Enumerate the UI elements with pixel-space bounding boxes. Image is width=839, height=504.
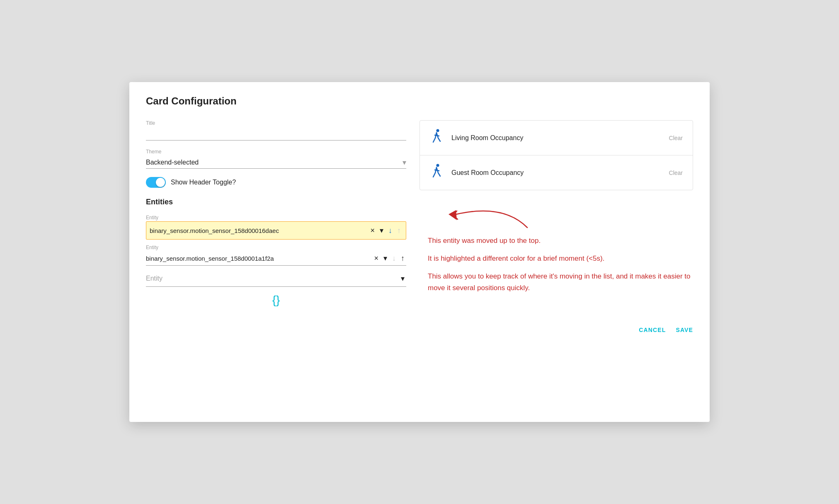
- entity-2-dropdown-button[interactable]: ▾: [382, 253, 389, 264]
- occupancy-1-name: Guest Room Occupancy: [451, 169, 661, 177]
- svg-marker-2: [449, 210, 457, 220]
- toggle-thumb: [156, 178, 165, 187]
- occupancy-0-clear-button[interactable]: Clear: [669, 135, 683, 141]
- annotation-text: This entity was moved up to the top. It …: [428, 235, 693, 293]
- toggle-label: Show Header Toggle?: [171, 179, 236, 186]
- entity-1-move-up-icon: ↑: [397, 226, 401, 235]
- entity-2-input-row: binary_sensor.motion_sensor_158d0001a1f2…: [146, 251, 406, 266]
- braces-icon[interactable]: {}: [272, 293, 280, 307]
- entities-section-title: Entities: [146, 198, 406, 206]
- svg-point-1: [436, 164, 439, 167]
- theme-field: Theme Backend-selected Default Dark ▾: [146, 149, 406, 169]
- occupancy-item-0: Living Room Occupancy Clear: [420, 121, 693, 155]
- annotation-line-1: This entity was moved up to the top.: [428, 235, 693, 246]
- entity-1-move-up-button[interactable]: ↑: [395, 225, 403, 236]
- theme-select[interactable]: Backend-selected Default Dark: [146, 156, 406, 169]
- entity-3-dropdown-button[interactable]: ▾: [399, 273, 406, 284]
- occupancy-0-walk-icon: [430, 129, 443, 147]
- title-input[interactable]: [146, 128, 406, 141]
- annotation-area: This entity was moved up to the top. It …: [420, 190, 693, 300]
- entity-row-2: Entity binary_sensor.motion_sensor_158d0…: [146, 245, 406, 266]
- entity-1-move-down-button[interactable]: ↓: [387, 225, 394, 236]
- title-label: Title: [146, 120, 406, 126]
- entity-2-label: Entity: [146, 245, 406, 250]
- entity-row-1: Entity binary_sensor.motion_sensor_158d0…: [146, 215, 406, 240]
- arrow-icon: [428, 199, 536, 232]
- annotation-line-2: It is highlighted a different color for …: [428, 253, 693, 264]
- entity-2-dropdown-icon: ▾: [383, 254, 387, 263]
- svg-point-0: [436, 129, 439, 132]
- occupancy-1-clear-button[interactable]: Clear: [669, 170, 683, 176]
- entity-1-move-down-icon: ↓: [388, 226, 392, 235]
- annotation-line-3: This allows you to keep track of where i…: [428, 271, 693, 293]
- entity-2-move-down-icon: ↓: [392, 254, 396, 263]
- entity-2-move-up-button[interactable]: ↑: [399, 253, 406, 264]
- entity-1-input-row: binary_sensor.motion_sensor_158d00016dae…: [146, 221, 406, 240]
- entity-3-dropdown-icon: ▾: [401, 274, 405, 283]
- dialog-title: Card Configuration: [146, 95, 693, 107]
- entity-2-clear-icon: ×: [374, 254, 378, 263]
- entity-2-move-up-icon: ↑: [401, 254, 405, 263]
- save-button[interactable]: SAVE: [676, 327, 693, 333]
- occupancy-item-1: Guest Room Occupancy Clear: [420, 155, 693, 190]
- theme-label: Theme: [146, 149, 406, 155]
- occupancy-panel: Living Room Occupancy Clear Guest Room O…: [420, 120, 693, 190]
- entity-row-3: Entity ▾: [146, 271, 406, 287]
- occupancy-0-name: Living Room Occupancy: [451, 134, 661, 142]
- entity-2-move-down-button[interactable]: ↓: [390, 253, 398, 264]
- show-header-toggle[interactable]: [146, 177, 166, 188]
- left-panel: Title Theme Backend-selected Default Dar…: [146, 120, 406, 307]
- theme-select-wrapper: Backend-selected Default Dark ▾: [146, 156, 406, 169]
- entity-1-dropdown-button[interactable]: ▾: [378, 225, 385, 236]
- entity-1-clear-button[interactable]: ×: [369, 225, 376, 236]
- entity-2-value: binary_sensor.motion_sensor_158d0001a1f2…: [146, 255, 371, 262]
- entity-1-label: Entity: [146, 215, 406, 220]
- toggle-track: [146, 177, 166, 188]
- entity-1-value: binary_sensor.motion_sensor_158d00016dae…: [150, 227, 367, 234]
- entity-2-clear-button[interactable]: ×: [372, 253, 380, 264]
- card-configuration-dialog: Card Configuration Title Theme Backend-s…: [129, 82, 710, 422]
- entity-1-clear-icon: ×: [370, 226, 375, 235]
- right-panel: Living Room Occupancy Clear Guest Room O…: [420, 120, 693, 307]
- title-field: Title: [146, 120, 406, 141]
- occupancy-1-walk-icon: [430, 164, 443, 182]
- dialog-footer: CANCEL SAVE: [146, 320, 693, 333]
- entity-3-placeholder: Entity: [146, 275, 399, 282]
- cancel-button[interactable]: CANCEL: [639, 327, 666, 333]
- entity-3-empty-row: Entity ▾: [146, 271, 406, 287]
- header-toggle-row: Show Header Toggle?: [146, 177, 406, 188]
- braces-button-row: {}: [146, 293, 406, 307]
- entity-1-dropdown-icon: ▾: [380, 226, 383, 235]
